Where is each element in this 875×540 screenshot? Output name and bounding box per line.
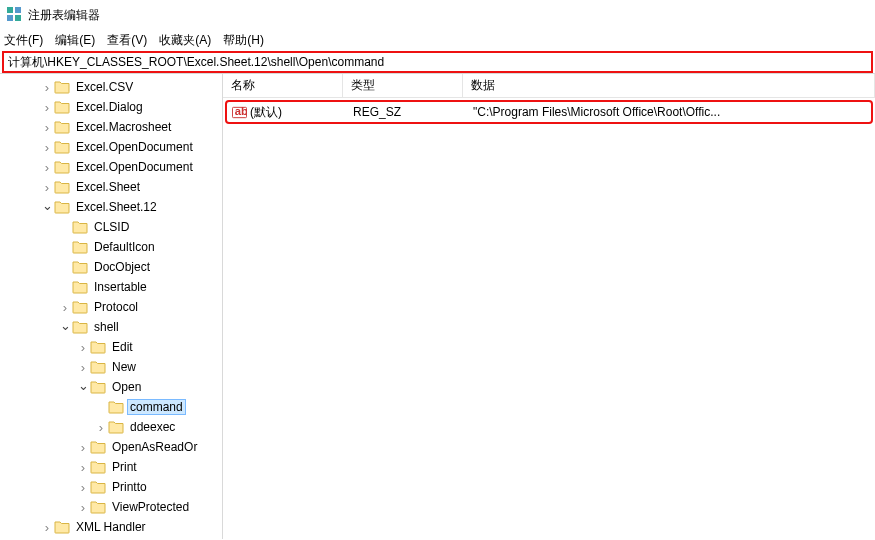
menu-bar: 文件(F) 编辑(E) 查看(V) 收藏夹(A) 帮助(H) xyxy=(0,30,875,50)
folder-icon xyxy=(54,159,70,175)
tree-item[interactable]: Excel.Dialog xyxy=(0,97,222,117)
collapse-icon[interactable] xyxy=(76,380,90,394)
collapse-icon[interactable] xyxy=(58,320,72,334)
title-bar: 注册表编辑器 xyxy=(0,0,875,30)
tree-item[interactable]: shell xyxy=(0,317,222,337)
folder-icon xyxy=(54,139,70,155)
value-type: REG_SZ xyxy=(347,105,467,119)
expand-icon[interactable] xyxy=(94,420,108,434)
tree-item[interactable]: Excel.CSV xyxy=(0,77,222,97)
tree-item-label: CLSID xyxy=(92,220,131,234)
tree-item-label: Protocol xyxy=(92,300,140,314)
tree-item-label: Printto xyxy=(110,480,149,494)
tree-item-label: Print xyxy=(110,460,139,474)
folder-icon xyxy=(72,239,88,255)
folder-icon xyxy=(108,399,124,415)
svg-text:ab: ab xyxy=(234,105,246,117)
expand-icon[interactable] xyxy=(40,80,54,94)
value-name: (默认) xyxy=(250,104,282,121)
folder-icon xyxy=(72,279,88,295)
tree-item[interactable]: Printto xyxy=(0,477,222,497)
tree-item[interactable]: Open xyxy=(0,377,222,397)
value-row[interactable]: ab (默认) REG_SZ "C:\Program Files\Microso… xyxy=(227,102,871,122)
folder-icon xyxy=(72,259,88,275)
tree-item-label: Open xyxy=(110,380,143,394)
tree-item-label: Excel.CSV xyxy=(74,80,135,94)
tree-item-label: Insertable xyxy=(92,280,149,294)
tree-item-label: command xyxy=(128,400,185,414)
folder-icon xyxy=(54,179,70,195)
menu-file[interactable]: 文件(F) xyxy=(4,32,43,49)
app-icon xyxy=(6,6,28,25)
folder-icon xyxy=(90,479,106,495)
tree-item[interactable]: Excel.Sheet xyxy=(0,177,222,197)
expand-icon[interactable] xyxy=(76,460,90,474)
collapse-icon[interactable] xyxy=(40,200,54,214)
menu-view[interactable]: 查看(V) xyxy=(107,32,147,49)
expand-icon[interactable] xyxy=(40,520,54,534)
tree-item-label: DocObject xyxy=(92,260,152,274)
tree-item[interactable]: Excel.OpenDocument xyxy=(0,157,222,177)
folder-icon xyxy=(54,99,70,115)
column-name[interactable]: 名称 xyxy=(223,74,343,97)
folder-icon xyxy=(90,499,106,515)
expand-icon[interactable] xyxy=(40,120,54,134)
tree-item[interactable]: ddeexec xyxy=(0,417,222,437)
expand-icon[interactable] xyxy=(40,100,54,114)
tree-panel: Excel.CSVExcel.DialogExcel.MacrosheetExc… xyxy=(0,74,223,539)
window-title: 注册表编辑器 xyxy=(28,7,100,24)
svg-rect-0 xyxy=(7,7,13,13)
tree-item[interactable]: Excel.OpenDocument xyxy=(0,137,222,157)
column-data[interactable]: 数据 xyxy=(463,74,875,97)
expand-icon[interactable] xyxy=(76,360,90,374)
menu-edit[interactable]: 编辑(E) xyxy=(55,32,95,49)
folder-icon xyxy=(54,119,70,135)
expand-icon[interactable] xyxy=(58,300,72,314)
folder-icon xyxy=(72,299,88,315)
details-panel: 名称 类型 数据 ab (默认) REG_SZ "C:\Program File… xyxy=(223,74,875,539)
expand-icon[interactable] xyxy=(40,180,54,194)
address-bar[interactable]: 计算机\HKEY_CLASSES_ROOT\Excel.Sheet.12\she… xyxy=(2,51,873,73)
tree-item[interactable]: ViewProtected xyxy=(0,497,222,517)
tree-item-label: Excel.OpenDocument xyxy=(74,140,195,154)
tree-item-label: XML Handler xyxy=(74,520,148,534)
folder-icon xyxy=(54,519,70,535)
folder-icon xyxy=(90,379,106,395)
tree-item[interactable]: DefaultIcon xyxy=(0,237,222,257)
value-highlight: ab (默认) REG_SZ "C:\Program Files\Microso… xyxy=(225,100,873,124)
folder-icon xyxy=(54,199,70,215)
tree-item[interactable]: Protocol xyxy=(0,297,222,317)
folder-icon xyxy=(72,319,88,335)
expand-icon[interactable] xyxy=(76,480,90,494)
tree-item-label: ddeexec xyxy=(128,420,177,434)
svg-rect-1 xyxy=(15,7,21,13)
tree-item-label: OpenAsReadOr xyxy=(110,440,199,454)
expand-icon[interactable] xyxy=(76,340,90,354)
tree-item[interactable]: OpenAsReadOr xyxy=(0,437,222,457)
tree-item[interactable]: CLSID xyxy=(0,217,222,237)
tree-item[interactable]: Excel.Sheet.12 xyxy=(0,197,222,217)
tree-item-label: Excel.OpenDocument xyxy=(74,160,195,174)
column-type[interactable]: 类型 xyxy=(343,74,463,97)
folder-icon xyxy=(54,79,70,95)
expand-icon[interactable] xyxy=(76,440,90,454)
tree-item[interactable]: Insertable xyxy=(0,277,222,297)
column-headers: 名称 类型 数据 xyxy=(223,74,875,98)
expand-icon[interactable] xyxy=(40,140,54,154)
tree-item[interactable]: XML Handler xyxy=(0,517,222,537)
folder-icon xyxy=(90,359,106,375)
tree-item[interactable]: DocObject xyxy=(0,257,222,277)
tree-item-label: New xyxy=(110,360,138,374)
tree-item[interactable]: Edit xyxy=(0,337,222,357)
content-area: Excel.CSVExcel.DialogExcel.MacrosheetExc… xyxy=(0,73,875,539)
tree-item[interactable]: New xyxy=(0,357,222,377)
expand-icon[interactable] xyxy=(40,160,54,174)
tree-item[interactable]: Print xyxy=(0,457,222,477)
tree-item[interactable]: command xyxy=(0,397,222,417)
expand-icon[interactable] xyxy=(76,500,90,514)
tree-item[interactable]: Excel.Macrosheet xyxy=(0,117,222,137)
tree-item-label: Excel.Sheet.12 xyxy=(74,200,159,214)
menu-favorites[interactable]: 收藏夹(A) xyxy=(159,32,211,49)
menu-help[interactable]: 帮助(H) xyxy=(223,32,264,49)
folder-icon xyxy=(90,339,106,355)
